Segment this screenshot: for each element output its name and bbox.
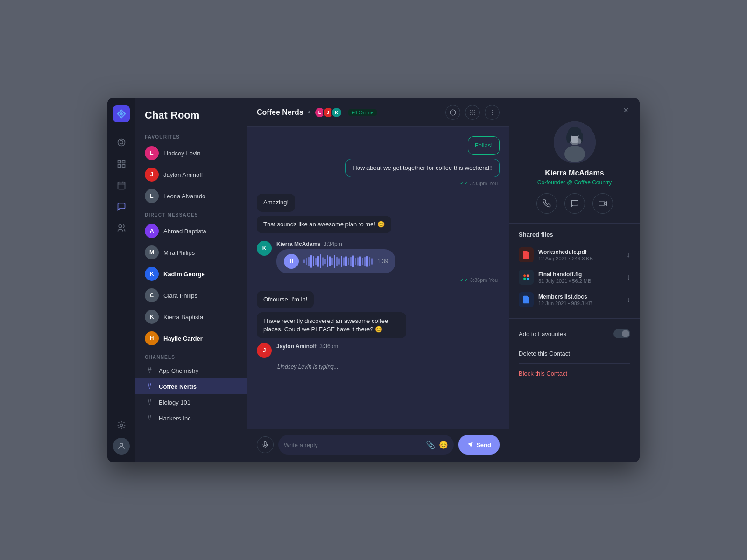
contact-name: Kadim George [163,271,205,278]
messages-area: Fellas! How about we get together for co… [247,127,509,429]
svg-rect-6 [122,165,125,168]
svg-point-17 [472,112,473,113]
voice-meta: ✓✓ 3:36pm You [257,277,500,283]
svg-point-12 [120,424,123,427]
contact-name: Haylie Carder [163,335,203,342]
svg-point-18 [492,110,493,111]
mic-button[interactable] [257,436,274,453]
sender-name: Jaylon Aminoff [276,343,317,350]
hash-icon: # [145,398,154,406]
add-favourites-row: Add to Favourites [519,324,630,343]
file-item-pdf: Workschedule.pdf 12 Aug 2021 • 246.3 KB … [519,244,630,266]
profile-avatar [554,121,596,163]
delete-contact-label: Delete this Contact [519,350,570,357]
contact-item-jaylon[interactable]: J Jaylon Aminoff [135,164,247,185]
shared-files-title: Shared files [519,231,630,238]
contact-name: Kierra Baptista [163,314,203,321]
svg-point-25 [564,146,585,162]
channel-item-biology[interactable]: # Biology 101 [135,394,247,410]
contact-item-leona[interactable]: L Leona Alvarado [135,185,247,207]
message-button[interactable] [564,193,585,214]
sender-line: Kierra McAdams 3:34pm [276,241,395,247]
channel-item-app-chemistry[interactable]: # App Chemistry [135,363,247,378]
calendar-icon[interactable] [113,176,130,194]
svg-point-19 [492,112,493,113]
attachment-icon[interactable]: 📎 [426,441,435,449]
home-icon[interactable] [113,133,130,151]
chat-member-avatars: L J K [317,107,342,118]
channel-item-hackers[interactable]: # Hackers Inc [135,410,247,426]
contact-item-mira[interactable]: M Mira Philips [135,242,247,263]
channels-label: CHANNELS [135,349,247,363]
message-content: Kierra McAdams 3:34pm ⏸ 1:39 [276,241,395,273]
sender-name: Kierra McAdams [276,241,321,247]
left-panel: Chat Room FAVOURITES L Lindsey Levin J J… [135,98,247,462]
separator-dot [308,111,310,113]
more-options-button[interactable] [485,105,500,120]
file-meta: 31 July 2021 • 56.2 MB [538,278,622,284]
contact-item-haylie[interactable]: H Haylie Carder [135,328,247,349]
mini-avatar-3: K [331,107,342,118]
grid-icon[interactable] [113,155,130,173]
contact-avatar: L [145,189,159,203]
online-badge: +6 Online [348,109,377,116]
download-button[interactable]: ↓ [627,273,630,281]
settings-icon[interactable] [113,416,130,434]
chat-icon[interactable] [113,198,130,216]
file-item-fig: Final handoff.fig 31 July 2021 • 56.2 MB… [519,266,630,288]
dm-label: DIRECT MESSAGES [135,207,247,220]
contact-avatar: K [145,267,159,281]
block-contact-row[interactable]: Block this Contact [519,364,630,383]
channel-name: App Chemistry [159,367,198,374]
send-button[interactable]: Send [458,435,500,455]
info-button[interactable] [445,105,460,120]
svg-rect-32 [599,201,604,206]
message-time: 3:36pm [319,343,338,350]
right-panel: ✕ Kierra McAdams Co-founde [509,98,640,462]
channel-name: Coffee Nerds [159,383,197,390]
contact-avatar: K [145,310,159,324]
profile-section: Kierra McAdams Co-founder @ Coffee Count… [509,117,640,224]
download-button[interactable]: ↓ [627,295,630,304]
emoji-icon[interactable]: 😊 [439,441,448,449]
message-bubble: That sounds like an awesome plan to me! … [257,216,391,233]
svg-marker-31 [604,202,606,205]
add-favourites-toggle[interactable] [613,329,630,338]
chat-header: Coffee Nerds L J K +6 Online [247,98,509,127]
contact-item-lindsey[interactable]: L Lindsey Levin [135,142,247,164]
channel-name: Biology 101 [159,399,190,406]
contact-item-ahmad[interactable]: A Ahmad Baptista [135,220,247,242]
contact-avatar: J [145,168,159,182]
kierra-avatar: K [257,241,272,256]
file-item-doc: Members list.docs 12 Jun 2021 • 989.3 KB… [519,288,630,311]
people-icon[interactable] [113,219,130,237]
svg-point-13 [120,443,123,446]
call-button[interactable] [536,193,557,214]
settings-button[interactable] [465,105,480,120]
svg-point-2 [118,139,125,146]
svg-point-11 [119,225,122,228]
voice-message: ⏸ 1:39 [276,249,395,273]
message-input-wrapper: 📎 😊 [278,435,454,455]
contact-avatar: A [145,224,159,238]
contact-item-clara[interactable]: C Clara Philips [135,285,247,306]
svg-point-34 [527,274,529,277]
close-panel-button[interactable]: ✕ [619,104,632,117]
channel-item-coffee-nerds[interactable]: # Coffee Nerds [135,378,247,394]
play-button[interactable]: ⏸ [284,254,299,269]
download-button[interactable]: ↓ [627,251,630,259]
sender-line: Jaylon Aminoff 3:36pm [276,343,338,350]
message-input[interactable] [284,441,422,448]
hash-icon: # [145,414,154,422]
delete-contact-row[interactable]: Delete this Contact [519,343,630,364]
message-row-1: Fellas! [257,136,500,155]
message-row-9: J Jaylon Aminoff 3:36pm [257,343,500,358]
jaylon-avatar: J [257,343,272,358]
message-bubble: How about we get together for coffee thi… [345,159,500,177]
profile-title: Co-founder @ Coffee Country [537,179,612,186]
user-avatar-icon[interactable] [113,438,130,455]
message-bubble: Amazing! [257,194,295,211]
contact-item-kierra-b[interactable]: K Kierra Baptista [135,306,247,328]
contact-item-kadim[interactable]: K Kadim George [135,263,247,285]
video-button[interactable] [592,193,613,214]
